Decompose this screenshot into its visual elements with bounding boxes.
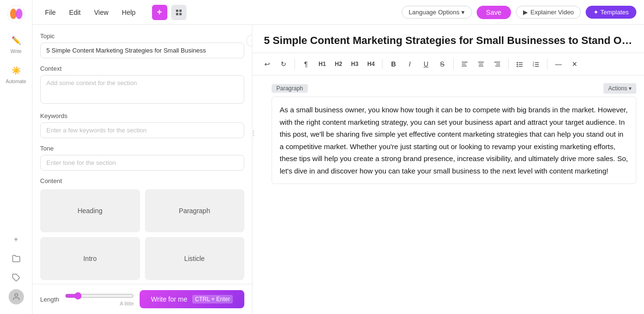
- paragraph-format-button[interactable]: ¶: [299, 57, 313, 71]
- paragraph-content[interactable]: As a small business owner, you know how …: [272, 97, 636, 184]
- h2-button[interactable]: H2: [331, 57, 346, 71]
- underline-button[interactable]: U: [419, 57, 433, 71]
- add-button[interactable]: +: [152, 5, 167, 20]
- align-left-button[interactable]: [458, 57, 472, 71]
- svg-rect-6: [179, 10, 182, 12]
- svg-point-18: [517, 62, 518, 64]
- content-grid: Heading Paragraph Intro Listicle: [40, 189, 244, 284]
- paragraph-block-header: Paragraph Actions ▾: [272, 83, 636, 94]
- automate-icon: ☀️: [10, 64, 23, 77]
- content-area: ‹ Topic Context Keywords Tone Content He…: [33, 25, 644, 314]
- sidebar-write-label: Write: [11, 49, 22, 54]
- bold-button[interactable]: B: [386, 57, 401, 71]
- svg-point-22: [517, 66, 518, 67]
- menu-edit[interactable]: Edit: [65, 7, 86, 18]
- svg-rect-8: [179, 13, 182, 15]
- right-panel: 5 Simple Content Marketing Strategies fo…: [252, 25, 644, 314]
- svg-rect-7: [176, 13, 178, 15]
- paragraph-block: ⠿ Paragraph Actions ▾ As a small busines…: [260, 83, 636, 184]
- context-label: Context: [40, 65, 244, 72]
- keywords-input[interactable]: [40, 122, 244, 138]
- content-section-label: Content: [40, 177, 244, 184]
- svg-point-20: [517, 64, 518, 65]
- actions-dropdown[interactable]: Actions ▾: [603, 83, 636, 94]
- strikethrough-button[interactable]: S: [435, 57, 449, 71]
- clear-format-button[interactable]: ✕: [568, 57, 582, 71]
- horizontal-rule-button[interactable]: —: [551, 57, 566, 71]
- h1-button[interactable]: H1: [315, 57, 329, 71]
- content-card-paragraph[interactable]: Paragraph: [145, 189, 245, 232]
- svg-text:3.: 3.: [533, 65, 535, 67]
- context-input[interactable]: [40, 75, 244, 104]
- length-label: Length: [40, 296, 59, 303]
- sidebar-item-write[interactable]: ✏️ Write: [3, 30, 30, 58]
- svg-rect-5: [176, 10, 178, 12]
- editor-content: ⠿ Paragraph Actions ▾ As a small busines…: [252, 76, 644, 314]
- toolbar-divider-4: [508, 59, 509, 69]
- undo-button[interactable]: ↩: [260, 57, 274, 71]
- toolbar-divider-1: [295, 59, 295, 69]
- collapse-panel-button[interactable]: ‹: [246, 34, 252, 47]
- editor-title: 5 Simple Content Marketing Strategies fo…: [252, 25, 644, 53]
- paragraph-tag: Paragraph: [272, 84, 308, 93]
- toolbar-divider-2: [382, 59, 382, 69]
- editor-toolbar: ↩ ↻ ¶ H1 H2 H3 H4 B I U S: [252, 53, 644, 76]
- sidebar-automate-label: Automate: [6, 79, 26, 84]
- left-panel: ‹ Topic Context Keywords Tone Content He…: [33, 25, 252, 314]
- svg-point-4: [15, 293, 18, 296]
- h3-button[interactable]: H3: [348, 57, 362, 71]
- menu-view[interactable]: View: [89, 7, 113, 18]
- drag-handle[interactable]: ⠿: [252, 129, 255, 138]
- h4-button[interactable]: H4: [364, 57, 378, 71]
- ordered-list-button[interactable]: 1.2.3.: [529, 57, 543, 71]
- explainer-video-button[interactable]: ▶ Explainer Video: [516, 6, 581, 19]
- content-card-listicle[interactable]: Listicle: [145, 237, 245, 280]
- sidebar-item-automate[interactable]: ☀️ Automate: [3, 60, 30, 88]
- left-bottom-bar: Length A little Write for me CTRL + Ente…: [33, 284, 252, 314]
- play-icon: ▶: [523, 9, 528, 16]
- menu-help[interactable]: Help: [117, 7, 141, 18]
- content-card-intro[interactable]: Intro: [40, 237, 140, 280]
- svg-point-2: [16, 9, 22, 19]
- save-button[interactable]: Save: [477, 6, 511, 19]
- slider-hint: A little: [65, 301, 134, 306]
- italic-button[interactable]: I: [403, 57, 417, 71]
- svg-point-1: [10, 9, 17, 19]
- write-for-me-button[interactable]: Write for me CTRL + Enter: [140, 290, 244, 308]
- templates-button[interactable]: ✦ Templates: [586, 6, 636, 19]
- align-right-button[interactable]: [490, 57, 504, 71]
- keywords-label: Keywords: [40, 112, 244, 119]
- topic-input[interactable]: [40, 43, 244, 58]
- tone-input[interactable]: [40, 155, 244, 171]
- menubar: File Edit View Help + Language Options ▾…: [33, 0, 644, 25]
- tone-label: Tone: [40, 145, 244, 152]
- align-center-button[interactable]: [474, 57, 488, 71]
- length-slider[interactable]: [65, 292, 134, 300]
- write-icon: ✏️: [10, 33, 23, 47]
- redo-button[interactable]: ↻: [276, 57, 291, 71]
- grid-button[interactable]: [171, 5, 186, 20]
- topic-label: Topic: [40, 32, 244, 40]
- menu-file[interactable]: File: [40, 7, 61, 18]
- app-logo[interactable]: [7, 5, 25, 25]
- sidebar: ✏️ Write ☀️ Automate +: [0, 0, 33, 314]
- main-container: File Edit View Help + Language Options ▾…: [33, 0, 644, 314]
- slider-container: A little: [65, 292, 134, 306]
- keyboard-shortcut-badge: CTRL + Enter: [192, 295, 233, 303]
- sidebar-tag-icon[interactable]: [9, 270, 24, 285]
- toolbar-divider-5: [547, 59, 547, 69]
- content-card-heading[interactable]: Heading: [40, 189, 140, 232]
- language-options-button[interactable]: Language Options ▾: [402, 6, 472, 19]
- toolbar-divider-3: [453, 59, 454, 69]
- menubar-right: Language Options ▾ Save ▶ Explainer Vide…: [402, 6, 636, 19]
- sidebar-folder-icon[interactable]: [9, 251, 24, 266]
- unordered-list-button[interactable]: [513, 57, 527, 71]
- user-avatar[interactable]: [9, 289, 24, 304]
- sidebar-add-btn[interactable]: +: [9, 232, 24, 247]
